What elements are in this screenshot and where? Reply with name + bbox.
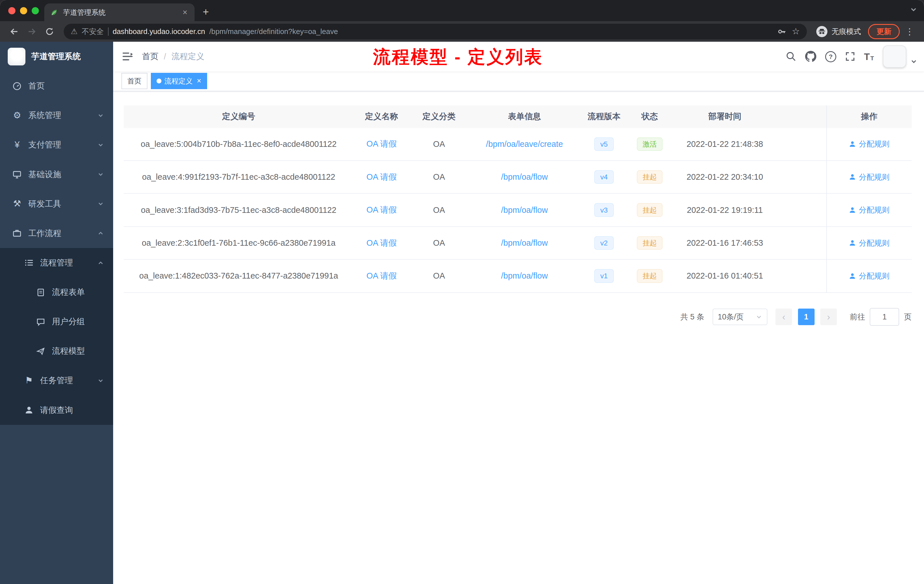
- avatar-caret-icon[interactable]: [911, 58, 917, 65]
- deploy-time: 2022-01-22 20:34:10: [672, 161, 778, 193]
- breadcrumb: 首页 / 流程定义: [142, 51, 204, 62]
- address-bar[interactable]: ⚠ 不安全 dashboard.yudao.iocoder.cn /bpm/ma…: [64, 24, 807, 40]
- minimize-window-button[interactable]: [20, 7, 27, 14]
- definition-name-link[interactable]: OA 请假: [366, 238, 397, 249]
- search-icon[interactable]: [786, 51, 796, 62]
- form-link[interactable]: /bpm/oa/flow: [501, 238, 548, 248]
- assign-rule-link[interactable]: 分配规则: [849, 172, 889, 182]
- yen-icon: ¥: [12, 140, 22, 149]
- tag-close-icon[interactable]: ×: [197, 77, 201, 85]
- sidebar: 芋道管理系统 首页 ⚙ 系统管理 ¥ 支付管理: [0, 42, 113, 584]
- avatar[interactable]: [883, 45, 906, 68]
- browser-tab[interactable]: 芋道管理系统 ×: [44, 3, 195, 21]
- form-link[interactable]: /bpm/oa/flow: [501, 172, 548, 182]
- sidebar-item-home[interactable]: 首页: [0, 71, 113, 101]
- sidebar-item-process-management[interactable]: 流程管理: [0, 248, 113, 277]
- status-badge: 挂起: [637, 269, 663, 282]
- bookmark-star-icon[interactable]: ☆: [792, 27, 800, 36]
- definition-id: oa_leave:2:3c1f0ef1-76b1-11ec-9c66-a2380…: [124, 227, 353, 259]
- next-page-button[interactable]: ›: [820, 308, 837, 325]
- sidebar-item-user-group[interactable]: 用户分组: [0, 307, 113, 337]
- logo-avatar: [8, 48, 25, 66]
- definition-name-link[interactable]: OA 请假: [366, 270, 397, 282]
- definition-name-link[interactable]: OA 请假: [366, 138, 397, 150]
- status-badge: 挂起: [637, 203, 663, 216]
- assign-rule-link[interactable]: 分配规则: [849, 139, 889, 149]
- sidebar-item-workflow[interactable]: 工作流程: [0, 219, 113, 248]
- back-icon[interactable]: [6, 24, 23, 40]
- definition-category: OA: [409, 161, 468, 193]
- sidebar-item-system[interactable]: ⚙ 系统管理: [0, 101, 113, 130]
- tab-favicon-icon: [50, 8, 58, 16]
- assign-rule-link[interactable]: 分配规则: [849, 205, 889, 215]
- status-badge: 挂起: [637, 236, 663, 250]
- definition-category: OA: [409, 227, 468, 259]
- definition-id: oa_leave:5:004b710b-7b8a-11ec-8ef0-acde4…: [124, 128, 353, 160]
- breadcrumb-current: 流程定义: [172, 51, 204, 62]
- chevron-down-icon: [98, 378, 104, 384]
- key-icon[interactable]: [776, 24, 788, 40]
- tab-search-caret-icon[interactable]: [910, 6, 917, 13]
- tab-strip: 芋道管理系统 × +: [0, 0, 924, 21]
- breadcrumb-home[interactable]: 首页: [142, 51, 158, 62]
- definition-name-link[interactable]: OA 请假: [366, 172, 397, 183]
- page-number-button[interactable]: 1: [798, 308, 815, 325]
- person-icon: [849, 140, 856, 148]
- browser-menu-icon[interactable]: ⋮: [901, 26, 918, 37]
- sidebar-item-infrastructure[interactable]: 基础设施: [0, 160, 113, 189]
- zoom-window-button[interactable]: [32, 7, 39, 14]
- form-link[interactable]: /bpm/oa/leave/create: [486, 139, 563, 149]
- flag-icon: ⚑: [24, 376, 34, 385]
- version-badge: v1: [594, 269, 614, 282]
- table-row: oa_leave:5:004b710b-7b8a-11ec-8ef0-acde4…: [124, 128, 912, 161]
- chevron-down-icon: [98, 142, 104, 148]
- browser-toolbar: ⚠ 不安全 dashboard.yudao.iocoder.cn /bpm/ma…: [0, 21, 924, 42]
- form-link[interactable]: /bpm/oa/flow: [501, 271, 548, 280]
- document-icon: [35, 288, 46, 297]
- pagination: 共 5 条 10条/页 ‹ 1 › 前往 页: [124, 308, 912, 326]
- app-root: 芋道管理系统 首页 ⚙ 系统管理 ¥ 支付管理: [0, 42, 924, 584]
- hamburger-icon[interactable]: [113, 51, 142, 61]
- new-tab-button[interactable]: +: [203, 7, 209, 17]
- not-secure-warning-icon: ⚠: [71, 28, 78, 35]
- assign-rule-link[interactable]: 分配规则: [849, 271, 889, 281]
- sidebar-item-process-form[interactable]: 流程表单: [0, 277, 113, 307]
- deploy-time: 2022-01-22 21:48:38: [672, 128, 778, 160]
- font-size-icon[interactable]: TT: [864, 52, 874, 61]
- definition-category: OA: [409, 128, 468, 160]
- definition-name-link[interactable]: OA 请假: [366, 204, 397, 216]
- help-icon[interactable]: ?: [825, 51, 836, 62]
- page-title: 流程模型 - 定义列表: [373, 45, 543, 69]
- url-path: /bpm/manager/definition?key=oa_leave: [209, 27, 338, 36]
- version-badge: v4: [594, 170, 614, 184]
- sidebar-item-leave-query[interactable]: 请假查询: [0, 396, 113, 425]
- sidebar-logo[interactable]: 芋道管理系统: [0, 42, 113, 71]
- tag-home[interactable]: 首页: [121, 73, 147, 89]
- incognito-badge: 无痕模式: [816, 26, 861, 37]
- table-row: oa_leave:2:3c1f0ef1-76b1-11ec-9c66-a2380…: [124, 227, 912, 260]
- workflow-submenu: 流程管理 流程表单 用户分组: [0, 248, 113, 425]
- sidebar-item-process-model[interactable]: 流程模型: [0, 337, 113, 366]
- forward-icon[interactable]: [24, 24, 40, 40]
- sidebar-item-task-management[interactable]: ⚑ 任务管理: [0, 366, 113, 396]
- logo-title: 芋道管理系统: [31, 51, 81, 62]
- reload-icon[interactable]: [41, 24, 58, 40]
- pagination-total: 共 5 条: [680, 312, 704, 322]
- prev-page-button[interactable]: ‹: [776, 308, 792, 325]
- assign-rule-link[interactable]: 分配规则: [849, 238, 889, 248]
- sidebar-item-payment[interactable]: ¥ 支付管理: [0, 130, 113, 160]
- tab-close-icon[interactable]: ×: [182, 8, 188, 17]
- page-size-select[interactable]: 10条/页: [713, 308, 767, 325]
- tools-icon: ⚒: [12, 200, 22, 208]
- github-icon[interactable]: [805, 51, 816, 62]
- table-row: oa_leave:3:1fad3d93-7b75-11ec-a3c8-acde4…: [124, 194, 912, 226]
- form-link[interactable]: /bpm/oa/flow: [501, 205, 548, 215]
- fullscreen-icon[interactable]: [845, 51, 855, 61]
- close-window-button[interactable]: [8, 7, 15, 14]
- goto-page-input[interactable]: [870, 308, 899, 326]
- tag-process-definition[interactable]: 流程定义 ×: [151, 73, 207, 89]
- sidebar-item-devtools[interactable]: ⚒ 研发工具: [0, 189, 113, 219]
- update-button[interactable]: 更新: [868, 24, 900, 39]
- navbar-actions: ? TT: [786, 45, 924, 68]
- gear-icon: ⚙: [12, 111, 22, 120]
